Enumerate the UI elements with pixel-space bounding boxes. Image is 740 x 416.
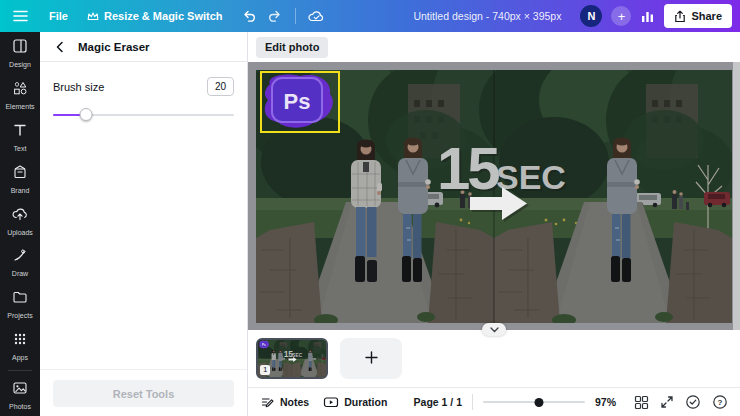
notes-label: Notes [280, 396, 309, 408]
sidebar-item-label: Apps [12, 354, 28, 361]
chevron-down-icon [490, 327, 499, 333]
apps-icon [12, 331, 28, 351]
topbar-right-cluster: Untitled design - 740px × 395px N + Shar… [413, 4, 740, 28]
share-upload-icon [674, 10, 686, 23]
sidebar-item-elements[interactable]: Elements [0, 74, 40, 116]
brush-size-row: Brush size [53, 77, 234, 96]
grid-view-icon[interactable] [634, 395, 649, 410]
help-icon[interactable]: ? [712, 394, 728, 410]
insights-chart-icon[interactable] [640, 10, 655, 23]
sidebar-item-brand[interactable]: Brand [0, 158, 40, 200]
page-number-badge: 1 [260, 365, 270, 375]
sidebar-item-text[interactable]: Text [0, 116, 40, 158]
check-circle-icon[interactable] [685, 394, 701, 410]
panel-title: Magic Eraser [78, 41, 150, 53]
design-photo[interactable]: 15 15 SEC SEC Ps [256, 70, 732, 323]
edit-photo-button[interactable]: Edit photo [256, 37, 328, 58]
duration-label: Duration [344, 396, 387, 408]
share-button[interactable]: Share [664, 4, 732, 28]
projects-icon [12, 289, 28, 309]
avatar[interactable]: N [580, 5, 602, 27]
brush-size-input[interactable] [207, 77, 234, 96]
crown-icon [87, 11, 99, 21]
duration-button[interactable]: Duration [323, 395, 387, 409]
sidebar-item-label: Elements [5, 103, 34, 110]
design-icon [12, 38, 28, 58]
notes-icon [260, 395, 275, 409]
left-sidebar: Design Elements Text Brand Uploads Draw … [0, 32, 40, 416]
statusbar-divider [472, 394, 473, 410]
zoom-slider[interactable] [483, 396, 585, 408]
draw-icon [12, 247, 28, 267]
back-icon[interactable] [53, 40, 67, 54]
share-label: Share [691, 10, 722, 22]
duration-icon [323, 395, 339, 409]
sidebar-item-photos[interactable]: Photos [0, 374, 40, 416]
elements-icon [12, 80, 28, 100]
reset-tools-button[interactable]: Reset Tools [53, 380, 234, 407]
sidebar-item-label: Draw [12, 270, 28, 277]
sidebar-item-label: Uploads [7, 229, 33, 236]
canvas-area[interactable]: 15 15 SEC SEC Ps [248, 62, 740, 330]
slider-thumb[interactable] [79, 108, 92, 121]
sidebar-item-label: Projects [7, 312, 32, 319]
sidebar-item-design[interactable]: Design [0, 32, 40, 74]
topbar-divider [295, 8, 296, 24]
sidebar-item-draw[interactable]: Draw [0, 241, 40, 283]
photo-edit-toolbar: Edit photo [248, 32, 740, 62]
brush-size-slider[interactable] [53, 108, 234, 122]
brand-icon [12, 164, 28, 184]
page-thumbnail-1[interactable]: 1 [256, 338, 328, 379]
redo-icon[interactable] [267, 9, 283, 23]
overlay-big-text: 15 [437, 135, 499, 202]
status-bar: Notes Duration Page 1 / 1 97% ? [248, 387, 740, 416]
plus-icon [365, 351, 378, 364]
resize-magic-switch-button[interactable]: Resize & Magic Switch [87, 10, 223, 22]
panel-footer: Reset Tools [40, 369, 247, 416]
sidebar-item-label: Brand [11, 187, 30, 194]
design-title[interactable]: Untitled design - 740px × 395px [413, 10, 561, 22]
sidebar-item-label: Photos [9, 403, 31, 410]
sidebar-item-projects[interactable]: Projects [0, 283, 40, 325]
undo-icon[interactable] [241, 9, 257, 23]
top-bar: File Resize & Magic Switch Untitled desi… [0, 0, 740, 32]
magic-eraser-panel: Magic Eraser Brush size Reset Tools [40, 32, 248, 416]
ps-logo-text: Ps [284, 89, 311, 114]
add-member-button[interactable]: + [611, 6, 631, 26]
sidebar-item-uploads[interactable]: Uploads [0, 200, 40, 242]
sidebar-item-label: Text [14, 145, 27, 152]
brush-size-label: Brush size [53, 81, 104, 93]
add-page-button[interactable] [340, 338, 402, 379]
page-thumbnails-strip: 1 [248, 330, 740, 387]
zoom-slider-thumb[interactable] [535, 398, 544, 407]
file-menu[interactable]: File [49, 10, 68, 22]
hamburger-menu-icon[interactable] [13, 10, 28, 22]
uploads-icon [12, 206, 28, 226]
photos-icon [12, 380, 28, 400]
photo-scene: 15 15 SEC SEC Ps [256, 70, 732, 323]
resize-magic-switch-label: Resize & Magic Switch [104, 10, 223, 22]
cloud-saved-icon[interactable] [308, 9, 325, 23]
collapse-thumbnails-button[interactable] [482, 323, 506, 336]
fullscreen-icon[interactable] [660, 395, 674, 409]
canvas-scrollbar[interactable] [733, 62, 740, 330]
sidebar-item-apps[interactable]: Apps [0, 325, 40, 367]
notes-button[interactable]: Notes [260, 395, 309, 409]
text-icon [12, 122, 28, 142]
zoom-percent[interactable]: 97% [595, 396, 623, 408]
svg-text:?: ? [718, 398, 723, 407]
main-area: Edit photo [248, 32, 740, 416]
sidebar-divider [8, 370, 32, 371]
sidebar-item-label: Design [9, 61, 31, 68]
page-indicator[interactable]: Page 1 / 1 [414, 396, 462, 408]
panel-header: Magic Eraser [40, 32, 247, 62]
